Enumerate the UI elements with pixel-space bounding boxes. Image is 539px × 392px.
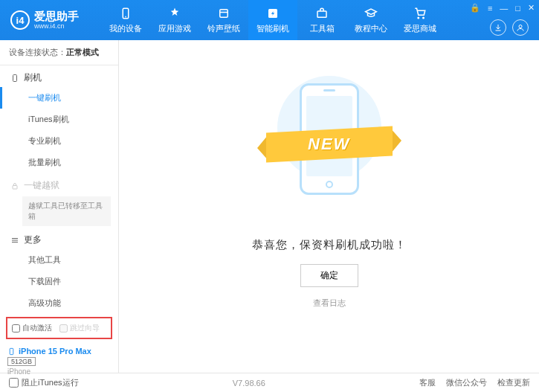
phone-icon bbox=[10, 74, 19, 83]
success-message: 恭喜您，保资料刷机成功啦！ bbox=[252, 238, 407, 252]
svg-point-8 bbox=[519, 25, 522, 28]
window-controls: 🔒 ≡ — □ ✕ bbox=[470, 3, 535, 13]
footer-wechat[interactable]: 微信公众号 bbox=[446, 377, 487, 388]
logo-icon: i4 bbox=[10, 10, 30, 30]
jailbreak-note: 越狱工具已转移至工具箱 bbox=[22, 196, 111, 226]
top-nav: 我的设备 应用游戏 铃声壁纸 智能刷机 工具箱 教程中心 爱思商城 bbox=[101, 0, 445, 40]
svg-rect-2 bbox=[220, 10, 228, 18]
sidebar-item-oneclick[interactable]: 一键刷机 bbox=[0, 87, 118, 109]
tutorial-icon bbox=[364, 6, 378, 21]
sidebar-item-download-fw[interactable]: 下载固件 bbox=[0, 271, 118, 292]
sidebar-item-itunes[interactable]: iTunes刷机 bbox=[0, 109, 118, 130]
footer-support[interactable]: 客服 bbox=[419, 377, 436, 388]
main-content: NEW 恭喜您，保资料刷机成功啦！ 确定 查看日志 bbox=[119, 40, 539, 373]
sidebar-item-other[interactable]: 其他工具 bbox=[0, 249, 118, 271]
version-text: V7.98.66 bbox=[79, 379, 419, 388]
maximize-icon[interactable]: □ bbox=[515, 4, 520, 13]
lock-icon bbox=[10, 181, 19, 190]
svg-rect-5 bbox=[317, 11, 326, 17]
svg-point-7 bbox=[423, 17, 425, 19]
download-button[interactable] bbox=[490, 19, 506, 36]
nav-my-device[interactable]: 我的设备 bbox=[101, 0, 150, 40]
nav-toolbox[interactable]: 工具箱 bbox=[297, 0, 346, 40]
app-header: i4 爱思助手 www.i4.cn 我的设备 应用游戏 铃声壁纸 智能刷机 工具… bbox=[0, 0, 539, 40]
lock-icon[interactable]: 🔒 bbox=[470, 3, 480, 13]
sidebar-item-advanced[interactable]: 高级功能 bbox=[0, 292, 118, 314]
nav-store[interactable]: 爱思商城 bbox=[396, 0, 445, 40]
flash-icon bbox=[265, 6, 280, 21]
user-button[interactable] bbox=[512, 19, 529, 36]
footer-update[interactable]: 检查更新 bbox=[497, 377, 530, 388]
connection-status: 设备连接状态：正常模式 bbox=[0, 40, 118, 65]
svg-rect-10 bbox=[13, 185, 17, 189]
device-name[interactable]: iPhone 15 Pro Max bbox=[7, 347, 111, 356]
toolbox-icon bbox=[314, 6, 329, 21]
brand-name: 爱思助手 bbox=[34, 10, 79, 23]
sidebar-item-batch[interactable]: 批量刷机 bbox=[0, 152, 118, 173]
sidebar-section-flash[interactable]: 刷机 bbox=[0, 65, 118, 87]
header-round-buttons bbox=[490, 19, 529, 36]
auto-activate-checkbox[interactable]: 自动激活 bbox=[12, 323, 52, 333]
new-ribbon: NEW bbox=[266, 126, 393, 163]
sidebar: 设备连接状态：正常模式 刷机 一键刷机 iTunes刷机 专业刷机 批量刷机 一… bbox=[0, 40, 119, 373]
nav-tutorial[interactable]: 教程中心 bbox=[346, 0, 396, 40]
footer-links: 客服 微信公众号 检查更新 bbox=[419, 377, 530, 388]
ringtone-icon bbox=[216, 6, 231, 21]
success-illustration: NEW bbox=[270, 76, 389, 225]
device-icon bbox=[118, 6, 133, 21]
svg-rect-9 bbox=[13, 74, 17, 81]
block-itunes-checkbox[interactable]: 阻止iTunes运行 bbox=[9, 377, 79, 388]
list-icon bbox=[10, 236, 19, 245]
close-icon[interactable]: ✕ bbox=[528, 3, 535, 13]
phone-small-icon bbox=[7, 347, 16, 356]
brand-area: i4 爱思助手 www.i4.cn bbox=[0, 10, 86, 30]
sidebar-section-jailbreak: 一键越狱 bbox=[0, 173, 118, 195]
view-log-link[interactable]: 查看日志 bbox=[313, 298, 346, 309]
brand-url: www.i4.cn bbox=[34, 22, 79, 30]
skip-guide-checkbox[interactable]: 跳过向导 bbox=[59, 323, 100, 333]
minimize-icon[interactable]: — bbox=[500, 4, 508, 13]
svg-point-6 bbox=[418, 17, 419, 19]
sidebar-section-more[interactable]: 更多 bbox=[0, 228, 118, 249]
sidebar-item-pro[interactable]: 专业刷机 bbox=[0, 130, 118, 152]
svg-rect-14 bbox=[10, 348, 13, 354]
sidebar-checkbox-group: 自动激活 跳过向导 bbox=[6, 317, 112, 339]
nav-flash[interactable]: 智能刷机 bbox=[248, 0, 297, 40]
store-icon bbox=[413, 6, 427, 21]
nav-ringtone[interactable]: 铃声壁纸 bbox=[199, 0, 248, 40]
storage-badge: 512GB bbox=[7, 357, 36, 366]
nav-apps[interactable]: 应用游戏 bbox=[150, 0, 199, 40]
device-info: iPhone 15 Pro Max 512GB iPhone bbox=[0, 342, 118, 380]
menu-icon[interactable]: ≡ bbox=[488, 4, 492, 13]
apps-icon bbox=[167, 6, 182, 21]
confirm-button[interactable]: 确定 bbox=[300, 264, 358, 287]
device-type: iPhone bbox=[7, 367, 111, 376]
